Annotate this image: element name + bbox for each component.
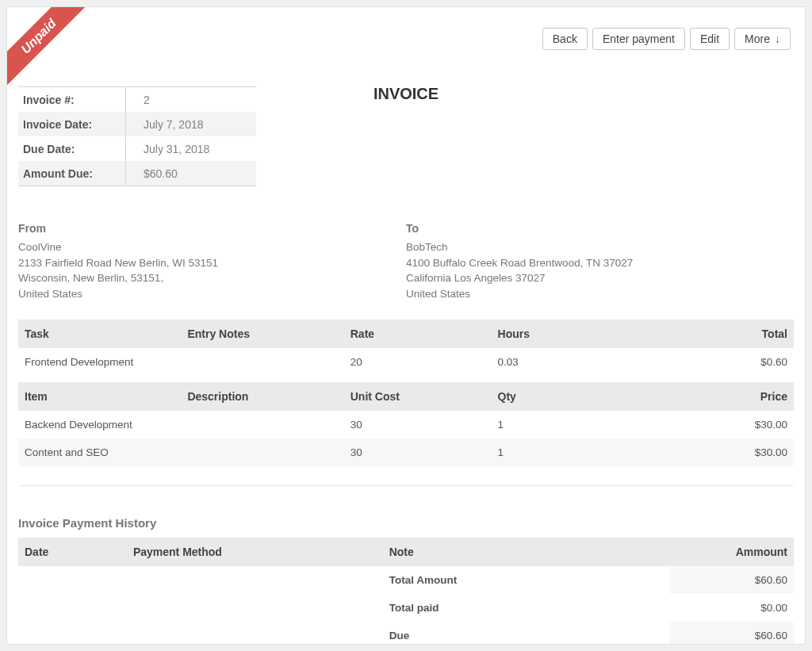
totals-value: $0.00 — [670, 594, 795, 622]
items-th-item: Item — [18, 382, 181, 411]
cell-item: Backend Development — [18, 411, 181, 438]
cell-item: Content and SEO — [18, 438, 181, 466]
summary-value: $60.60 — [126, 167, 178, 180]
summary-value: 2 — [126, 94, 150, 106]
cell-desc — [181, 411, 343, 438]
history-th-amount: Ammount — [670, 538, 795, 566]
totals-label: Total paid — [383, 594, 670, 622]
tasks-table: Task Entry Notes Rate Hours Total Fronte… — [18, 320, 794, 376]
back-button[interactable]: Back — [542, 28, 588, 50]
summary-label: Due Date: — [18, 136, 126, 161]
cell-task: Frontend Development — [18, 348, 181, 376]
divider — [18, 485, 794, 486]
cell-price: $30.00 — [670, 438, 795, 466]
addresses: From CoolVine 2133 Fairfield Road New Be… — [7, 220, 805, 302]
summary-value: July 31, 2018 — [126, 143, 209, 155]
to-country: United States — [406, 286, 794, 302]
items-th-qty: Qty — [492, 382, 670, 411]
items-th-desc: Description — [181, 382, 343, 411]
cell-notes — [181, 348, 343, 376]
summary-row-invoice-no: Invoice #: 2 — [18, 87, 256, 112]
tasks-th-task: Task — [18, 320, 181, 348]
cell-qty: 1 — [492, 438, 670, 466]
cell-desc — [181, 438, 343, 466]
tasks-th-total: Total — [670, 320, 795, 348]
invoice-page: Unpaid Back Enter payment Edit More↓ INV… — [6, 6, 806, 645]
items-table: Item Description Unit Cost Qty Price Bac… — [18, 382, 794, 466]
from-heading: From — [18, 220, 406, 236]
table-row: Backend Development 30 1 $30.00 — [18, 411, 794, 438]
totals-row-total-paid: Total paid $0.00 — [18, 594, 794, 622]
edit-button[interactable]: Edit — [690, 28, 730, 50]
status-ribbon: Unpaid — [6, 6, 98, 95]
cell-qty: 1 — [492, 411, 670, 438]
to-line2: California Los Angeles 37027 — [406, 270, 794, 286]
from-line2: Wisconsin, New Berlin, 53151, — [18, 270, 406, 286]
tasks-th-rate: Rate — [344, 320, 492, 348]
items-th-unit: Unit Cost — [344, 382, 492, 411]
from-name: CoolVine — [18, 239, 406, 255]
history-heading: Invoice Payment History — [18, 516, 794, 530]
to-address: To BobTech 4100 Buffalo Creek Road Brent… — [406, 220, 794, 302]
cell-hours: 0.03 — [492, 348, 670, 376]
enter-payment-button[interactable]: Enter payment — [592, 28, 685, 50]
cell-rate: 20 — [344, 348, 492, 376]
more-button[interactable]: More↓ — [734, 28, 791, 50]
cell-unit: 30 — [344, 411, 492, 438]
totals-label: Total Amount — [383, 566, 670, 594]
totals-label: Due — [383, 622, 670, 645]
summary-row-invoice-date: Invoice Date: July 7, 2018 — [18, 112, 256, 136]
from-line1: 2133 Fairfield Road New Berlin, WI 53151 — [18, 255, 406, 271]
from-address: From CoolVine 2133 Fairfield Road New Be… — [18, 220, 406, 302]
tasks-th-hours: Hours — [492, 320, 670, 348]
history-table: Date Payment Method Note Ammount Total A… — [18, 538, 794, 645]
cell-price: $30.00 — [670, 411, 795, 438]
more-button-label: More — [745, 33, 770, 45]
history-th-date: Date — [18, 538, 127, 566]
from-country: United States — [18, 286, 406, 302]
summary-label: Invoice Date: — [18, 112, 126, 136]
to-line1: 4100 Buffalo Creek Road Brentwood, TN 37… — [406, 255, 794, 271]
totals-row-total-amount: Total Amount $60.60 — [18, 566, 794, 594]
totals-value: $60.60 — [670, 566, 795, 594]
history-th-note: Note — [383, 538, 670, 566]
to-name: BobTech — [406, 239, 794, 255]
summary-row-amount-due: Amount Due: $60.60 — [18, 161, 256, 186]
table-row: Content and SEO 30 1 $30.00 — [18, 438, 794, 466]
cell-unit: 30 — [344, 438, 492, 466]
summary-label: Invoice #: — [18, 87, 126, 112]
table-row: Frontend Development 20 0.03 $0.60 — [18, 348, 794, 376]
summary-value: July 7, 2018 — [126, 118, 204, 131]
arrow-down-icon: ↓ — [775, 33, 780, 45]
totals-row-due: Due $60.60 — [18, 622, 794, 645]
totals-value: $60.60 — [670, 622, 795, 645]
toolbar: Back Enter payment Edit More↓ — [542, 28, 791, 50]
tasks-th-notes: Entry Notes — [181, 320, 343, 348]
history-th-method: Payment Method — [127, 538, 383, 566]
items-th-price: Price — [670, 382, 795, 411]
to-heading: To — [406, 220, 794, 236]
summary-row-due-date: Due Date: July 31, 2018 — [18, 136, 256, 161]
cell-total: $0.60 — [670, 348, 795, 376]
invoice-summary: Invoice #: 2 Invoice Date: July 7, 2018 … — [18, 86, 256, 186]
summary-label: Amount Due: — [18, 161, 126, 186]
